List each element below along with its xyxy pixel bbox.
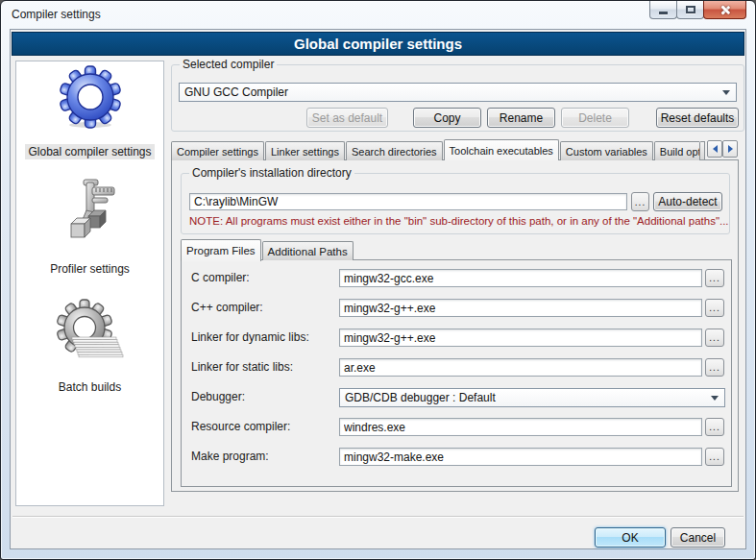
resource-compiler-input[interactable]	[339, 418, 702, 436]
program-files-tab-bar: Program Files Additional Paths	[181, 238, 354, 260]
dialog-body: Global compiler settings	[10, 29, 746, 549]
tab-custom-variables[interactable]: Custom variables	[560, 141, 653, 160]
settings-category-list: Global compiler settings	[15, 61, 164, 506]
tab-linker-settings[interactable]: Linker settings	[265, 141, 345, 160]
reset-defaults-button[interactable]: Reset defaults	[656, 108, 739, 128]
installation-directory-group: Compiler's installation directory ... Au…	[181, 173, 730, 234]
static-linker-label: Linker for static libs:	[191, 360, 293, 374]
tab-program-files[interactable]: Program Files	[181, 239, 261, 261]
tab-scroll-right-button[interactable]	[722, 140, 738, 158]
debugger-label: Debugger:	[191, 390, 245, 403]
compiler-settings-window: Compiler settings Global compiler settin…	[0, 0, 756, 560]
static-linker-input[interactable]	[339, 358, 702, 377]
sidebar-item-profiler-settings[interactable]: Profiler settings	[16, 179, 163, 277]
close-button[interactable]	[703, 1, 746, 19]
close-icon	[719, 5, 730, 15]
cancel-button[interactable]: Cancel	[671, 527, 725, 548]
program-files-panel: C compiler: ... C++ compiler: ... Linker…	[181, 259, 732, 487]
sidebar-item-label: Batch builds	[56, 379, 124, 395]
compiler-select-value: GNU GCC Compiler	[184, 85, 288, 99]
copy-button[interactable]: Copy	[413, 108, 481, 128]
blue-gear-icon	[16, 65, 163, 131]
make-program-input[interactable]	[339, 448, 702, 466]
toolchain-executables-panel: Compiler's installation directory ... Au…	[171, 159, 739, 492]
gray-gear-papers-icon	[16, 299, 163, 368]
sidebar-item-label: Global compiler settings	[25, 144, 154, 159]
chevron-down-icon	[711, 396, 719, 401]
minimize-icon	[659, 12, 668, 14]
selected-compiler-group-label: Selected compiler	[180, 58, 277, 71]
compiler-select[interactable]: GNU GCC Compiler	[179, 83, 737, 102]
installation-directory-group-label: Compiler's installation directory	[189, 166, 354, 180]
debugger-select[interactable]: GDB/CDB debugger : Default	[339, 388, 725, 407]
dynamic-linker-input[interactable]	[339, 329, 702, 347]
arrow-right-icon	[728, 145, 733, 153]
make-program-label: Make program:	[191, 450, 269, 463]
tab-scroll-left-button[interactable]	[707, 140, 722, 158]
sidebar-item-global-compiler-settings[interactable]: Global compiler settings	[16, 65, 163, 159]
delete-button[interactable]: Delete	[561, 108, 629, 128]
cpp-compiler-input[interactable]	[339, 299, 702, 317]
rename-button[interactable]: Rename	[487, 108, 555, 128]
tab-toolchain-executables[interactable]: Toolchain executables	[444, 139, 559, 160]
bin-directory-note: NOTE: All programs must exist either in …	[189, 215, 729, 227]
static-linker-browse-button[interactable]: ...	[705, 358, 724, 377]
page-title: Global compiler settings	[12, 32, 744, 56]
maximize-icon	[686, 6, 695, 13]
cpp-compiler-browse-button[interactable]: ...	[705, 299, 724, 317]
resource-compiler-browse-button[interactable]: ...	[705, 418, 724, 436]
c-compiler-label: C compiler:	[191, 271, 250, 284]
installation-directory-input[interactable]	[189, 193, 627, 210]
settings-tab-bar: Compiler settings Linker settings Search…	[171, 137, 699, 160]
auto-detect-button[interactable]: Auto-detect	[653, 192, 722, 211]
title-bar[interactable]: Compiler settings	[1, 1, 755, 29]
c-compiler-input[interactable]	[339, 269, 702, 287]
tab-compiler-settings[interactable]: Compiler settings	[171, 141, 264, 160]
sidebar-item-batch-builds[interactable]: Batch builds	[16, 299, 163, 395]
dynamic-linker-label: Linker for dynamic libs:	[191, 330, 309, 344]
ok-button[interactable]: OK	[595, 527, 666, 548]
installation-directory-browse-button[interactable]: ...	[631, 192, 649, 211]
tab-search-directories[interactable]: Search directories	[346, 141, 443, 160]
maximize-button[interactable]	[676, 1, 704, 19]
tab-additional-paths[interactable]: Additional Paths	[262, 241, 354, 260]
c-compiler-browse-button[interactable]: ...	[705, 269, 724, 287]
chevron-down-icon	[722, 90, 730, 95]
resource-compiler-label: Resource compiler:	[191, 420, 290, 433]
caliper-cubes-icon	[16, 179, 163, 246]
footer-divider	[12, 516, 744, 518]
arrow-left-icon	[713, 145, 718, 153]
set-as-default-button[interactable]: Set as default	[306, 108, 388, 128]
make-program-browse-button[interactable]: ...	[705, 448, 724, 466]
cpp-compiler-label: C++ compiler:	[191, 301, 263, 314]
minimize-button[interactable]	[649, 1, 677, 19]
sidebar-item-label: Profiler settings	[47, 261, 133, 277]
debugger-select-value: GDB/CDB debugger : Default	[345, 391, 496, 404]
tab-partial[interactable]	[699, 141, 705, 159]
dynamic-linker-browse-button[interactable]: ...	[705, 329, 724, 347]
window-title: Compiler settings	[12, 8, 101, 21]
tab-build-options[interactable]: Build options	[654, 141, 699, 160]
selected-compiler-group: Selected compiler GNU GCC Compiler Set a…	[171, 64, 744, 132]
